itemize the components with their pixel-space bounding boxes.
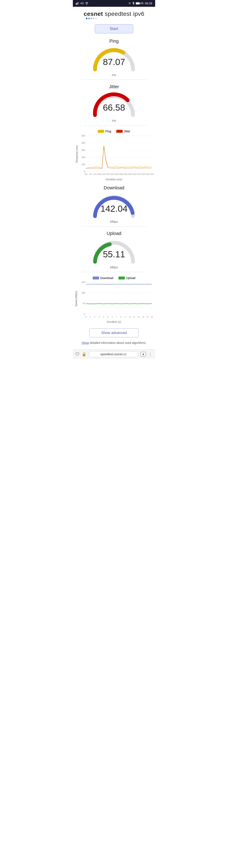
jitter-legend-color — [116, 130, 123, 133]
battery-icon: 96 — [136, 2, 143, 5]
wifi-icon — [85, 2, 89, 5]
svg-text:100: 100 — [82, 163, 85, 166]
nfc-icon: N — [129, 2, 131, 5]
download-unit: Mbps — [73, 220, 155, 223]
svg-text:500: 500 — [82, 135, 85, 137]
battery-level: 96 — [141, 2, 143, 5]
upload-gauge: 55.11 — [91, 238, 137, 265]
svg-text:100: 100 — [82, 292, 85, 294]
svg-text:4800: 4800 — [128, 173, 132, 175]
browser-tab-count[interactable]: 4 — [140, 352, 146, 356]
show-advanced-wrap: Show advanced — [73, 329, 155, 337]
ping-jitter-legend: Ping Jitter — [76, 130, 152, 133]
jitter-section: Jitter 66.58 ms — [73, 84, 155, 125]
download-gauge: 142.04 — [91, 192, 137, 219]
ping-value: 87.07 — [103, 57, 125, 67]
svg-text:10: 10 — [129, 316, 131, 318]
ping-section: Ping 87.07 ms — [73, 38, 155, 80]
brand-name: cesnet — [84, 10, 103, 17]
svg-text:1100: 1100 — [93, 173, 97, 175]
download-value: 142.04 — [100, 204, 128, 214]
svg-text:200: 200 — [82, 156, 85, 158]
status-bar: 4G N 96 08:28 — [73, 0, 155, 7]
browser-bar: 🛡 🔒 speedtest.cesnet.cz 4 ⋮ — [73, 349, 155, 359]
dot-2 — [88, 18, 90, 19]
ping-legend-item: Ping — [98, 130, 111, 133]
svg-text:50: 50 — [83, 302, 85, 305]
svg-text:8: 8 — [121, 316, 122, 318]
speed-legend: Download Upload — [76, 276, 152, 280]
download-legend-item: Download — [93, 276, 113, 280]
speed-chart-wrap: Speed (Mbps) 150 100 50 0 0 1 2 3 4 5 6 … — [76, 281, 152, 316]
svg-text:0: 0 — [85, 316, 86, 318]
svg-text:200: 200 — [85, 173, 88, 175]
svg-rect-7 — [140, 3, 140, 4]
svg-text:2: 2 — [94, 316, 95, 318]
svg-text:4: 4 — [103, 316, 104, 318]
footer-description: detailed information about used algorith… — [89, 341, 146, 344]
jitter-legend-item: Jitter — [116, 130, 130, 133]
svg-point-4 — [86, 4, 87, 5]
svg-rect-1 — [77, 3, 77, 5]
speed-chart-section: Download Upload Speed (Mbps) 150 100 50 … — [76, 276, 152, 323]
svg-text:7: 7 — [116, 316, 117, 318]
dot-1 — [86, 18, 88, 19]
browser-menu-icon[interactable]: ⋮ — [148, 352, 153, 356]
svg-text:3400: 3400 — [115, 173, 119, 175]
svg-text:12: 12 — [137, 316, 140, 318]
jitter-value: 66.58 — [103, 102, 125, 113]
svg-text:2100: 2100 — [102, 173, 105, 175]
svg-text:1: 1 — [90, 316, 91, 318]
brand-dots — [73, 18, 155, 19]
svg-text:5300: 5300 — [132, 173, 136, 175]
ping-label: Ping — [73, 38, 155, 44]
ping-gauge: 87.07 — [91, 45, 137, 73]
ping-divider — [81, 80, 147, 80]
browser-url[interactable]: speedtest.cesnet.cz — [89, 351, 138, 357]
upload-unit: Mbps — [73, 265, 155, 269]
download-section: Download 142.04 Mbps — [73, 185, 155, 226]
start-button[interactable]: Start — [95, 24, 133, 33]
download-legend-color — [93, 277, 99, 279]
shield-icon: 🛡 — [75, 352, 79, 357]
upload-value: 55.11 — [103, 249, 125, 259]
svg-text:7500: 7500 — [150, 173, 154, 175]
start-button-wrap: Start — [73, 24, 155, 33]
jitter-label: Jitter — [73, 84, 155, 90]
svg-text:400: 400 — [82, 142, 85, 144]
svg-text:5: 5 — [107, 316, 108, 318]
ping-jitter-chart-wrap: Response (ms) 500 400 300 200 100 0 200 … — [76, 135, 152, 174]
svg-text:300: 300 — [82, 149, 85, 151]
svg-text:6200: 6200 — [141, 173, 145, 175]
svg-text:13: 13 — [142, 316, 144, 318]
svg-text:2500: 2500 — [106, 173, 110, 175]
svg-text:1600: 1600 — [97, 173, 101, 175]
svg-text:11: 11 — [133, 316, 135, 318]
svg-rect-8 — [136, 3, 139, 4]
svg-rect-3 — [78, 2, 79, 5]
upload-divider — [81, 272, 147, 272]
ping-jitter-chart-svg: 500 400 300 200 100 0 200 700 1100 1600 … — [86, 135, 152, 173]
ping-legend-color — [98, 130, 104, 133]
jitter-divider — [81, 125, 147, 125]
network-type: 4G — [80, 2, 84, 5]
svg-text:3: 3 — [99, 316, 100, 318]
svg-rect-2 — [77, 2, 78, 5]
svg-text:0: 0 — [84, 313, 85, 315]
ping-jitter-y-label: Response (ms) — [75, 146, 78, 162]
svg-text:150: 150 — [82, 281, 85, 283]
footer-info: Show detailed information about used alg… — [77, 341, 151, 345]
dot-5 — [95, 18, 97, 19]
speed-chart-svg: 150 100 50 0 0 1 2 3 4 5 6 7 8 9 10 11 1… — [86, 281, 152, 315]
svg-text:0: 0 — [84, 170, 85, 173]
jitter-gauge: 66.58 — [91, 91, 137, 118]
upload-legend-color — [119, 277, 125, 279]
time-display: 08:28 — [145, 2, 152, 5]
svg-text:3900: 3900 — [119, 173, 123, 175]
lock-icon: 🔒 — [82, 352, 86, 356]
footer-show-link[interactable]: Show — [82, 341, 89, 344]
jitter-legend-label: Jitter — [124, 130, 130, 133]
show-advanced-button[interactable]: Show advanced — [89, 329, 139, 337]
jitter-unit: ms — [73, 119, 155, 122]
ping-unit: ms — [73, 73, 155, 76]
